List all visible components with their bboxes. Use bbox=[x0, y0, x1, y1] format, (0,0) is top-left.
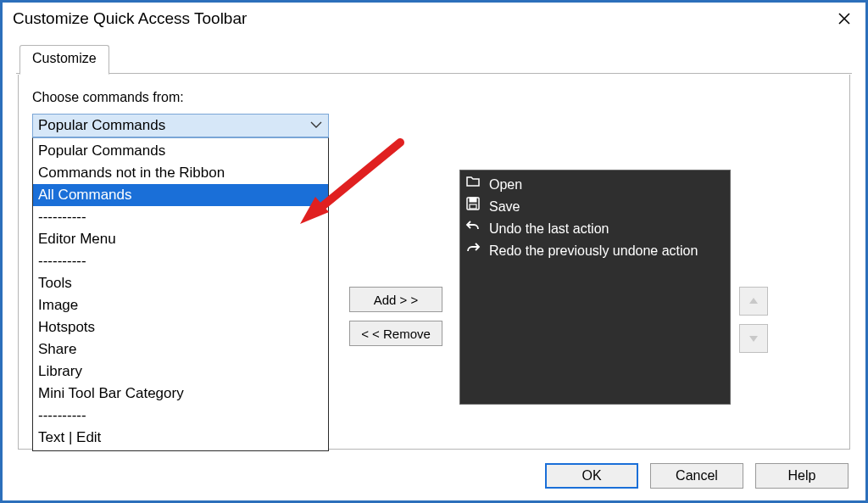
title-bar: Customize Quick Access Toolbar bbox=[13, 6, 855, 31]
dropdown-item[interactable]: Library bbox=[33, 360, 328, 383]
dropdown-separator: ---------- bbox=[33, 206, 328, 228]
open-folder-icon bbox=[465, 174, 481, 196]
dropdown-item[interactable]: Mini Tool Bar Category bbox=[33, 383, 328, 405]
dropdown-item[interactable]: Text | Edit bbox=[33, 427, 328, 449]
add-button[interactable]: Add > > bbox=[349, 287, 442, 312]
cancel-button[interactable]: Cancel bbox=[650, 463, 743, 489]
help-button[interactable]: Help bbox=[755, 463, 849, 489]
chevron-up-icon bbox=[748, 295, 760, 307]
choose-commands-label: Choose commands from: bbox=[32, 90, 184, 105]
list-item[interactable]: Redo the previously undone action bbox=[465, 240, 725, 262]
dialog-button-row: OK Cancel Help bbox=[545, 463, 849, 489]
toolbar-commands-list[interactable]: OpenSaveUndo the last actionRedo the pre… bbox=[459, 170, 731, 405]
chevron-down-icon bbox=[748, 333, 760, 344]
tab-customize[interactable]: Customize bbox=[19, 45, 109, 75]
list-item[interactable]: Save bbox=[465, 196, 725, 218]
dropdown-item[interactable]: All Commands bbox=[33, 184, 328, 206]
list-item[interactable]: Undo the last action bbox=[465, 218, 725, 240]
list-item-label: Undo the last action bbox=[489, 218, 609, 240]
move-down-button[interactable] bbox=[739, 324, 768, 353]
dropdown-separator: ---------- bbox=[33, 250, 328, 272]
ok-button[interactable]: OK bbox=[545, 463, 638, 489]
dropdown-item[interactable]: Image bbox=[33, 294, 328, 316]
dropdown-item[interactable]: Share bbox=[33, 338, 328, 360]
svg-rect-7 bbox=[470, 204, 476, 209]
commands-category-dropdown[interactable]: Popular CommandsCommands not in the Ribb… bbox=[32, 137, 329, 451]
chevron-down-icon bbox=[309, 118, 323, 136]
svg-marker-9 bbox=[749, 336, 758, 342]
close-button[interactable] bbox=[833, 8, 855, 30]
svg-rect-6 bbox=[470, 198, 476, 202]
dropdown-item[interactable]: Editor Menu bbox=[33, 228, 328, 250]
redo-icon bbox=[465, 240, 481, 262]
commands-category-combo[interactable]: Popular Commands bbox=[32, 114, 329, 137]
combo-value: Popular Commands bbox=[38, 117, 165, 134]
dropdown-item[interactable]: Tools bbox=[33, 272, 328, 294]
undo-icon bbox=[465, 218, 481, 240]
list-item-label: Save bbox=[489, 196, 520, 218]
move-up-button[interactable] bbox=[739, 287, 768, 316]
dropdown-item[interactable]: Popular Commands bbox=[33, 140, 328, 162]
list-item-label: Open bbox=[489, 174, 522, 196]
window-title: Customize Quick Access Toolbar bbox=[13, 9, 833, 28]
close-icon bbox=[837, 12, 851, 25]
dropdown-item[interactable]: Hotspots bbox=[33, 316, 328, 338]
svg-marker-8 bbox=[749, 298, 758, 304]
dropdown-separator: ---------- bbox=[33, 405, 328, 427]
save-icon bbox=[465, 196, 481, 218]
list-item-label: Redo the previously undone action bbox=[489, 240, 698, 262]
remove-button[interactable]: < < Remove bbox=[349, 321, 442, 346]
list-item[interactable]: Open bbox=[465, 174, 725, 196]
dropdown-item[interactable]: Commands not in the Ribbon bbox=[33, 162, 328, 184]
content-pane: Choose commands from: Popular Commands P… bbox=[18, 75, 850, 450]
tab-strip: Customize bbox=[16, 45, 852, 74]
